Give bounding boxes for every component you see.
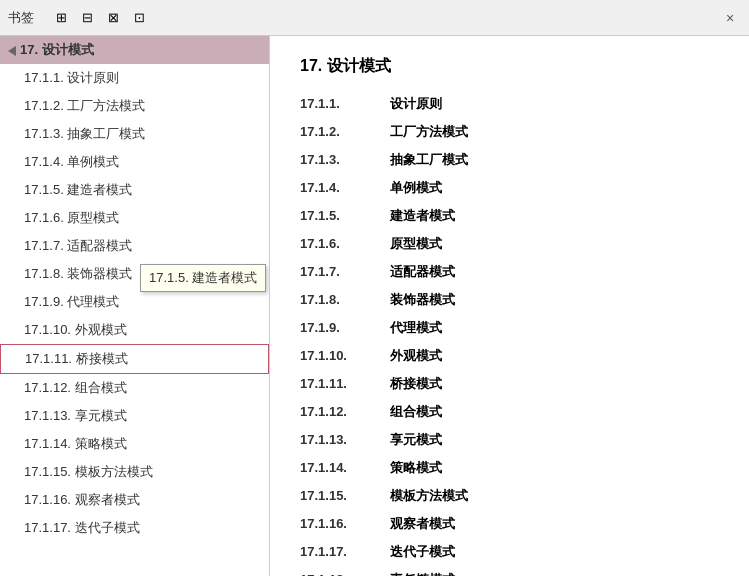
sidebar-item-label: 17.1.17. 迭代子模式 [24, 520, 140, 535]
entry-title: 适配器模式 [390, 263, 455, 281]
sidebar-item-label: 17.1.15. 模板方法模式 [24, 464, 153, 479]
toolbar-label: 书签 [8, 9, 34, 27]
sidebar-item-label: 17.1.4. 单例模式 [24, 154, 119, 169]
entry-title: 模板方法模式 [390, 487, 468, 505]
sidebar-item-label: 17.1.14. 策略模式 [24, 436, 127, 451]
sidebar-item-17.1.15[interactable]: 17.1.15. 模板方法模式 [0, 458, 269, 486]
content-entry-7: 17.1.8.装饰器模式 [300, 291, 719, 309]
entry-title: 设计原则 [390, 95, 442, 113]
sidebar-item-label: 17.1.13. 享元模式 [24, 408, 127, 423]
sidebar-item-17.1.4[interactable]: 17.1.4. 单例模式 [0, 148, 269, 176]
content-entry-0: 17.1.1.设计原则 [300, 95, 719, 113]
toolbar-icon-3[interactable]: ⊠ [102, 7, 124, 29]
entry-title: 享元模式 [390, 431, 442, 449]
sidebar-item-17.1.16[interactable]: 17.1.16. 观察者模式 [0, 486, 269, 514]
entry-title: 原型模式 [390, 235, 442, 253]
sidebar-item-17.1.11[interactable]: 17.1.11. 桥接模式 [0, 344, 269, 374]
toolbar-icon-4[interactable]: ⊡ [128, 7, 150, 29]
content-entries: 17.1.1.设计原则17.1.2.工厂方法模式17.1.3.抽象工厂模式17.… [300, 95, 719, 576]
sidebar-item-17.1.17[interactable]: 17.1.17. 迭代子模式 [0, 514, 269, 542]
entry-number: 17.1.11. [300, 376, 390, 391]
sidebar-item-label: 17.1.12. 组合模式 [24, 380, 127, 395]
sidebar: 17. 设计模式17.1.1. 设计原则17.1.2. 工厂方法模式17.1.3… [0, 36, 270, 576]
sidebar-item-label: 17.1.5. 建造者模式 [24, 182, 132, 197]
sidebar-item-label: 17.1.1. 设计原则 [24, 70, 119, 85]
sidebar-item-17.1.5[interactable]: 17.1.5. 建造者模式 [0, 176, 269, 204]
sidebar-item-ch17[interactable]: 17. 设计模式 [0, 36, 269, 64]
sidebar-item-label: 17.1.10. 外观模式 [24, 322, 127, 337]
entry-title: 装饰器模式 [390, 291, 455, 309]
entry-title: 责任链模式 [390, 571, 455, 576]
toolbar-icons: ⊞ ⊟ ⊠ ⊡ [50, 7, 150, 29]
sidebar-item-17.1.3[interactable]: 17.1.3. 抽象工厂模式 [0, 120, 269, 148]
entry-number: 17.1.7. [300, 264, 390, 279]
tooltip: 17.1.5. 建造者模式 [140, 264, 266, 292]
content-entry-11: 17.1.12.组合模式 [300, 403, 719, 421]
entry-number: 17.1.2. [300, 124, 390, 139]
entry-title: 外观模式 [390, 347, 442, 365]
entry-number: 17.1.1. [300, 96, 390, 111]
toolbar-icon-2[interactable]: ⊟ [76, 7, 98, 29]
content-entry-17: 17.1.18.责任链模式 [300, 571, 719, 576]
entry-number: 17.1.12. [300, 404, 390, 419]
content-entry-6: 17.1.7.适配器模式 [300, 263, 719, 281]
sidebar-item-label: 17.1.16. 观察者模式 [24, 492, 140, 507]
entry-title: 观察者模式 [390, 515, 455, 533]
sidebar-item-label: 17.1.11. 桥接模式 [25, 351, 128, 366]
content-entry-12: 17.1.13.享元模式 [300, 431, 719, 449]
content-entry-5: 17.1.6.原型模式 [300, 235, 719, 253]
sidebar-item-label: 17.1.8. 装饰器模式 [24, 266, 132, 281]
content-entry-3: 17.1.4.单例模式 [300, 179, 719, 197]
sidebar-item-17.1.14[interactable]: 17.1.14. 策略模式 [0, 430, 269, 458]
sidebar-item-17.1.7[interactable]: 17.1.7. 适配器模式 [0, 232, 269, 260]
sidebar-item-label: 17.1.9. 代理模式 [24, 294, 119, 309]
entry-number: 17.1.13. [300, 432, 390, 447]
sidebar-list: 17. 设计模式17.1.1. 设计原则17.1.2. 工厂方法模式17.1.3… [0, 36, 269, 576]
content-entry-4: 17.1.5.建造者模式 [300, 207, 719, 225]
triangle-icon [8, 46, 16, 56]
entry-number: 17.1.17. [300, 544, 390, 559]
entry-title: 抽象工厂模式 [390, 151, 468, 169]
entry-number: 17.1.10. [300, 348, 390, 363]
sidebar-item-17.1.10[interactable]: 17.1.10. 外观模式 [0, 316, 269, 344]
content-entry-13: 17.1.14.策略模式 [300, 459, 719, 477]
content-entry-1: 17.1.2.工厂方法模式 [300, 123, 719, 141]
sidebar-item-label: 17.1.3. 抽象工厂模式 [24, 126, 145, 141]
entry-title: 代理模式 [390, 319, 442, 337]
sidebar-item-17.1.12[interactable]: 17.1.12. 组合模式 [0, 374, 269, 402]
content-entry-8: 17.1.9.代理模式 [300, 319, 719, 337]
entry-number: 17.1.15. [300, 488, 390, 503]
entry-title: 策略模式 [390, 459, 442, 477]
entry-title: 组合模式 [390, 403, 442, 421]
entry-title: 建造者模式 [390, 207, 455, 225]
entry-number: 17.1.16. [300, 516, 390, 531]
close-button[interactable]: × [719, 7, 741, 29]
entry-number: 17.1.18. [300, 572, 390, 576]
sidebar-item-label: 17.1.7. 适配器模式 [24, 238, 132, 253]
entry-title: 桥接模式 [390, 375, 442, 393]
sidebar-item-17.1.2[interactable]: 17.1.2. 工厂方法模式 [0, 92, 269, 120]
entry-title: 迭代子模式 [390, 543, 455, 561]
content-entry-2: 17.1.3.抽象工厂模式 [300, 151, 719, 169]
sidebar-item-label: 17. 设计模式 [20, 42, 94, 57]
content-entry-14: 17.1.15.模板方法模式 [300, 487, 719, 505]
entry-number: 17.1.8. [300, 292, 390, 307]
sidebar-item-17.1.6[interactable]: 17.1.6. 原型模式 [0, 204, 269, 232]
toolbar: 书签 ⊞ ⊟ ⊠ ⊡ × [0, 0, 749, 36]
sidebar-item-17.1.13[interactable]: 17.1.13. 享元模式 [0, 402, 269, 430]
entry-title: 工厂方法模式 [390, 123, 468, 141]
content-entry-10: 17.1.11.桥接模式 [300, 375, 719, 393]
entry-number: 17.1.9. [300, 320, 390, 335]
sidebar-item-label: 17.1.2. 工厂方法模式 [24, 98, 145, 113]
content-panel: 17. 设计模式 17.1.1.设计原则17.1.2.工厂方法模式17.1.3.… [270, 36, 749, 576]
content-entry-15: 17.1.16.观察者模式 [300, 515, 719, 533]
main-area: 17. 设计模式17.1.1. 设计原则17.1.2. 工厂方法模式17.1.3… [0, 36, 749, 576]
sidebar-item-17.1.9[interactable]: 17.1.9. 代理模式 [0, 288, 269, 316]
entry-number: 17.1.3. [300, 152, 390, 167]
entry-number: 17.1.5. [300, 208, 390, 223]
entry-number: 17.1.4. [300, 180, 390, 195]
sidebar-item-17.1.1[interactable]: 17.1.1. 设计原则 [0, 64, 269, 92]
entry-number: 17.1.6. [300, 236, 390, 251]
content-title: 17. 设计模式 [300, 56, 719, 77]
toolbar-icon-1[interactable]: ⊞ [50, 7, 72, 29]
